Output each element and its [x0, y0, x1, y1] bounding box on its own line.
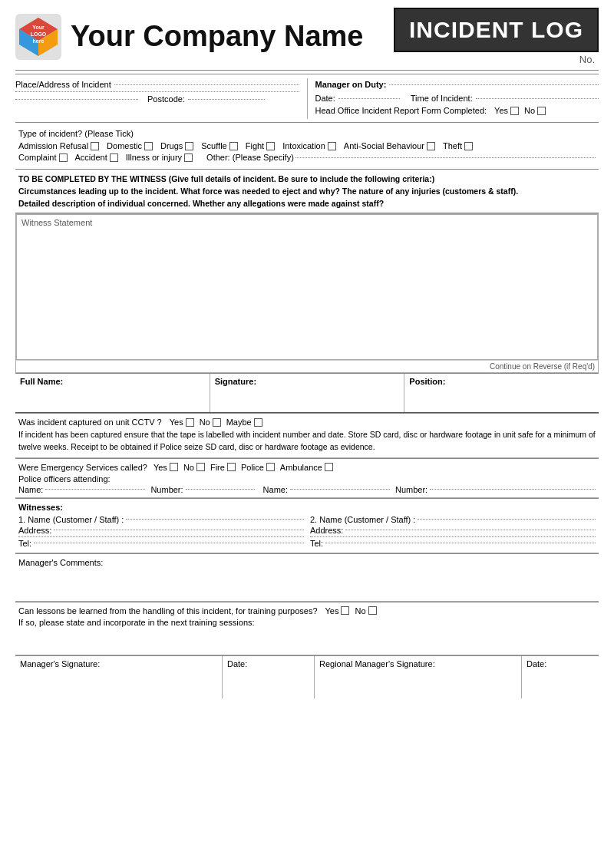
admission-refusal-checkbox[interactable]	[91, 142, 99, 150]
head-office-yes-checkbox[interactable]	[510, 107, 519, 115]
witness1-tel-label: Tel:	[18, 539, 31, 548]
postcode-dotted	[15, 99, 138, 100]
instructions-line3: Detailed description of individual conce…	[18, 199, 384, 208]
cctv-yes-label: Yes	[170, 417, 183, 427]
scuffle-checkbox[interactable]	[229, 142, 238, 150]
incident-log-box: INCIDENT LOG	[394, 8, 599, 52]
officer-number2-value	[430, 489, 596, 490]
incident-log-block: INCIDENT LOG No.	[394, 8, 599, 65]
yes-label-ho: Yes	[494, 106, 508, 115]
theft-label: Theft	[443, 141, 462, 150]
manager-sig-label: Manager's Signature:	[20, 659, 217, 668]
type-complaint: Complaint	[18, 153, 68, 162]
officer-number2-label: Number:	[395, 485, 427, 494]
type-illness-injury: Illness or injury	[126, 153, 193, 162]
witness2-tel-row: Tel:	[310, 539, 596, 548]
type-accident: Accident	[75, 153, 118, 162]
managers-comments-label: Manager's Comments:	[18, 558, 596, 567]
manager-sig-value	[20, 671, 217, 695]
date-label: Date:	[315, 94, 335, 103]
intoxication-checkbox[interactable]	[328, 142, 336, 150]
illness-injury-label: Illness or injury	[126, 153, 182, 162]
anti-social-checkbox[interactable]	[427, 142, 435, 150]
witness-statement-container: Witness Statement Continue on Reverse (i…	[15, 213, 599, 373]
address-line2	[15, 91, 299, 92]
position-cell: Position:	[404, 374, 599, 412]
witness1-address-value	[54, 530, 304, 530]
company-logo: Your LOGO here	[15, 14, 61, 60]
svg-text:Your: Your	[32, 25, 45, 30]
witness1-address-row2	[18, 536, 304, 537]
witness1-address-value2	[18, 536, 304, 537]
witness1-name-label: 1. Name (Customer / Staff) :	[18, 515, 124, 524]
officers-label: Police officers attending:	[18, 474, 596, 484]
emergency-yes-checkbox[interactable]	[170, 463, 178, 471]
emergency-ambulance-checkbox[interactable]	[325, 463, 333, 471]
drugs-checkbox[interactable]	[185, 142, 193, 150]
page-header: Your LOGO here Your Company Name INCIDEN…	[15, 8, 599, 65]
lessons-no-checkbox[interactable]	[368, 606, 377, 615]
manager-date-value	[227, 671, 309, 695]
theft-checkbox[interactable]	[464, 142, 473, 150]
position-value	[409, 388, 594, 409]
incident-type-title: Type of incident? (Please Tick)	[18, 129, 596, 138]
full-name-label: Full Name:	[20, 377, 205, 386]
head-office-row: Head Office Incident Report Form Complet…	[315, 106, 599, 115]
witness2-tel-value	[325, 543, 596, 543]
intoxication-label: Intoxication	[282, 141, 325, 150]
managers-comments-section: Manager's Comments:	[15, 553, 599, 602]
lessons-yes-label: Yes	[325, 606, 339, 616]
manager-duty-value	[389, 84, 599, 85]
signature-row: Full Name: Signature: Position:	[15, 373, 599, 413]
svg-text:LOGO: LOGO	[31, 31, 47, 37]
managers-comments-content	[18, 570, 596, 598]
cctv-maybe-checkbox[interactable]	[254, 418, 262, 427]
witness1-tel-row: Tel:	[18, 539, 304, 548]
cctv-yes-checkbox[interactable]	[186, 418, 194, 427]
lessons-yes-checkbox[interactable]	[341, 606, 349, 615]
emergency-fire-checkbox[interactable]	[227, 463, 236, 471]
anti-social-label: Anti-Social Behaviour	[344, 141, 424, 150]
witness2-name-label: 2. Name (Customer / Staff) :	[310, 515, 415, 524]
cctv-maybe-label: Maybe	[226, 417, 252, 427]
witness-statement-box: Witness Statement	[16, 214, 598, 360]
head-office-no-checkbox[interactable]	[537, 107, 546, 115]
illness-injury-checkbox[interactable]	[184, 153, 193, 162]
fight-checkbox[interactable]	[266, 142, 275, 150]
accident-checkbox[interactable]	[110, 153, 118, 162]
place-manager-section: Place/Address of Incident Postcode: Mana…	[15, 74, 599, 122]
accident-label: Accident	[75, 153, 107, 162]
emergency-ambulance-label: Ambulance	[280, 463, 322, 472]
regional-sig-value	[319, 671, 517, 695]
full-name-value	[20, 388, 205, 409]
manager-sig-cell: Manager's Signature:	[15, 656, 223, 698]
other-specify-line	[295, 157, 596, 158]
emergency-yes-label: Yes	[154, 463, 167, 472]
domestic-checkbox[interactable]	[144, 142, 153, 150]
date-value	[338, 98, 400, 99]
type-anti-social: Anti-Social Behaviour	[344, 141, 435, 150]
address-dotted-2	[15, 91, 299, 92]
type-drugs: Drugs	[160, 141, 193, 150]
domestic-label: Domestic	[107, 141, 142, 150]
emergency-no-checkbox[interactable]	[196, 463, 205, 471]
emergency-police-checkbox[interactable]	[266, 463, 275, 471]
type-theft: Theft	[443, 141, 473, 150]
manager-date-label: Date:	[227, 659, 309, 668]
postcode-value-dotted	[188, 99, 265, 100]
officer-number1-label: Number:	[150, 485, 183, 494]
type-fight: Fight	[246, 141, 275, 150]
cctv-section: Was incident captured on unit CCTV ? Yes…	[15, 413, 599, 458]
complaint-checkbox[interactable]	[59, 153, 68, 162]
incident-log-no: No.	[394, 54, 599, 65]
header-divider	[15, 70, 599, 71]
type-admission-refusal: Admission Refusal	[18, 141, 99, 150]
officer-number1-value	[186, 489, 255, 490]
emergency-police-label: Police	[241, 463, 264, 472]
cctv-no-checkbox[interactable]	[213, 418, 221, 427]
officer-name2-value	[290, 489, 390, 490]
witnesses-section: Witnesses: 1. Name (Customer / Staff) : …	[15, 498, 599, 553]
regional-date-label: Date:	[527, 659, 594, 668]
incident-type-row2: Complaint Accident Illness or injury Oth…	[18, 153, 596, 162]
svg-text:here: here	[33, 38, 45, 44]
